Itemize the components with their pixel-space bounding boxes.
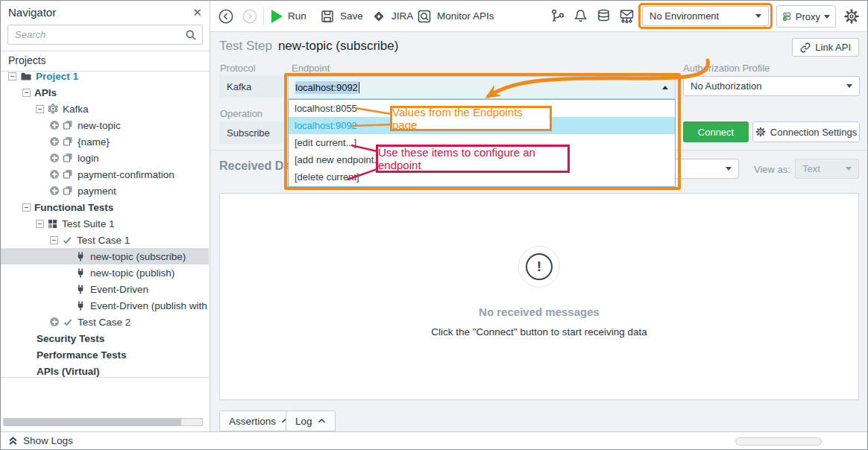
proxy-button[interactable]: Proxy — [776, 5, 836, 28]
received-data-select[interactable] — [672, 159, 739, 179]
collapse-icon[interactable] — [22, 89, 31, 97]
branch-icon[interactable] — [550, 1, 565, 31]
protocol-label: Protocol — [220, 63, 256, 74]
folder-icon — [20, 71, 31, 81]
connect-button[interactable]: Connect — [683, 121, 749, 142]
status-scrollbar-thumb[interactable] — [735, 437, 822, 446]
protocol-value-field: Kafka — [219, 75, 283, 98]
virt-agent-icon[interactable] — [618, 1, 635, 31]
exclamation-circle-icon: ! — [518, 246, 560, 288]
tree-item-performance-tests[interactable]: Performance Tests — [1, 346, 209, 363]
tree-item-project[interactable]: Project 1 — [1, 68, 209, 84]
test-suite-icon — [48, 219, 57, 229]
expand-icon[interactable] — [50, 170, 59, 179]
annotation-values-note: Values from the Endpoints page — [390, 106, 552, 131]
empty-state-hint: Click the "Connect" button to start rece… — [431, 326, 647, 338]
received-data-panel: ! No received messages Click the "Connec… — [219, 193, 859, 400]
view-as-label: View as: — [754, 164, 790, 175]
tree-item-kafka[interactable]: Kafka — [1, 101, 209, 117]
collapse-icon[interactable] — [22, 203, 31, 212]
show-logs-button[interactable]: Show Logs — [8, 435, 73, 446]
search-input[interactable] — [8, 25, 202, 44]
tree-item-resource[interactable]: payment-confirmation — [1, 166, 209, 183]
search-box[interactable] — [7, 25, 203, 45]
resource-icon — [63, 153, 73, 163]
tree-item-apis-virtual[interactable]: APIs (Virtual) — [1, 363, 209, 378]
collapse-icon[interactable] — [8, 72, 16, 80]
back-button[interactable] — [218, 1, 234, 31]
test-step-editor: Test Stepnew-topic (subscribe) Link API … — [210, 32, 868, 408]
endpoint-label: Endpoint — [292, 63, 330, 74]
chevron-up-icon — [318, 418, 326, 424]
search-icon[interactable] — [185, 29, 197, 41]
chevron-up-icon[interactable] — [662, 86, 668, 89]
main-toolbar: Run Save JIRA Monitor APIs No Enviro — [210, 1, 868, 32]
tree-item-apis[interactable]: APIs — [1, 84, 209, 101]
tree-item-test-case-2[interactable]: Test Case 2 — [1, 314, 209, 330]
resource-icon — [63, 120, 73, 130]
tree-item-step[interactable]: new-topic (publish) — [1, 264, 209, 281]
connection-settings-button[interactable]: Connection Settings — [752, 121, 860, 142]
chevron-down-icon — [824, 15, 830, 19]
kafka-step-icon — [75, 300, 86, 311]
collapse-icon[interactable] — [50, 236, 58, 244]
tree-item-step-selected[interactable]: new-topic (subscribe) — [1, 248, 209, 264]
app-window: Navigator ✕ Projects Project 1 APIs — [0, 0, 868, 450]
operation-value-field: Subscribe — [219, 121, 283, 144]
authorization-select[interactable]: No Authorization — [683, 76, 860, 96]
scrollbar-thumb[interactable] — [181, 419, 202, 425]
expand-icon[interactable] — [50, 121, 59, 130]
run-icon — [271, 10, 283, 23]
expand-icon[interactable] — [50, 153, 59, 162]
monitor-apis-icon — [417, 9, 432, 24]
project-tree: Project 1 APIs Kafka new-topic — [1, 68, 209, 378]
view-mode-select: Text — [795, 159, 859, 179]
expand-icon[interactable] — [50, 186, 59, 195]
empty-state-title: No received messages — [479, 305, 600, 318]
tree-item-resource[interactable]: login — [1, 150, 209, 166]
tree-item-step[interactable]: Event-Driven — [1, 281, 209, 297]
endpoint-combobox[interactable]: localhost:9092 — [288, 76, 676, 99]
forward-button[interactable] — [242, 1, 258, 31]
tree-item-test-suite[interactable]: Test Suite 1 — [1, 215, 209, 232]
chevron-down-icon — [846, 167, 852, 171]
tree-item-resource[interactable]: new-topic — [1, 117, 209, 133]
settings-gear-icon[interactable] — [843, 8, 860, 25]
toolbar-separator — [263, 7, 264, 25]
expand-icon[interactable] — [50, 317, 59, 326]
log-tab[interactable]: Log — [286, 411, 336, 431]
kafka-step-icon — [75, 284, 86, 295]
tree-item-security-tests[interactable]: Security Tests — [1, 330, 209, 346]
run-button[interactable]: Run — [271, 1, 306, 31]
collapse-icon[interactable] — [36, 220, 44, 228]
save-button[interactable]: Save — [320, 1, 363, 31]
link-api-button[interactable]: Link API — [792, 38, 859, 57]
gear-icon — [755, 127, 766, 137]
operation-label: Operation — [220, 108, 262, 119]
endpoint-value-selected-text[interactable]: localhost:9092 — [295, 81, 358, 94]
text-cursor — [359, 82, 359, 93]
notifications-bell-icon[interactable] — [573, 1, 588, 31]
save-icon — [320, 9, 335, 24]
chevron-down-icon — [846, 84, 852, 88]
double-chevron-up-icon — [8, 436, 18, 446]
test-case-icon — [63, 317, 73, 327]
collapse-icon[interactable] — [36, 105, 44, 113]
link-icon — [800, 42, 811, 53]
close-icon[interactable]: ✕ — [192, 7, 202, 18]
expand-icon[interactable] — [50, 137, 59, 146]
horizontal-scrollbar[interactable] — [3, 418, 203, 426]
tree-item-resource[interactable]: payment — [1, 183, 209, 199]
database-icon[interactable] — [596, 1, 611, 31]
tree-item-functional-tests[interactable]: Functional Tests — [1, 199, 209, 215]
jira-button[interactable]: JIRA — [371, 1, 413, 31]
resource-icon — [63, 169, 73, 180]
monitor-apis-button[interactable]: Monitor APIs — [417, 1, 494, 31]
tree-item-resource[interactable]: {name} — [1, 133, 209, 150]
environment-select[interactable]: No Environment — [642, 6, 769, 26]
chevron-down-icon — [755, 14, 761, 18]
kafka-step-icon — [75, 267, 86, 279]
status-bar: Show Logs — [1, 431, 867, 450]
tree-item-test-case-1[interactable]: Test Case 1 — [1, 232, 209, 248]
tree-item-step[interactable]: Event-Driven (publish with — [1, 297, 209, 314]
